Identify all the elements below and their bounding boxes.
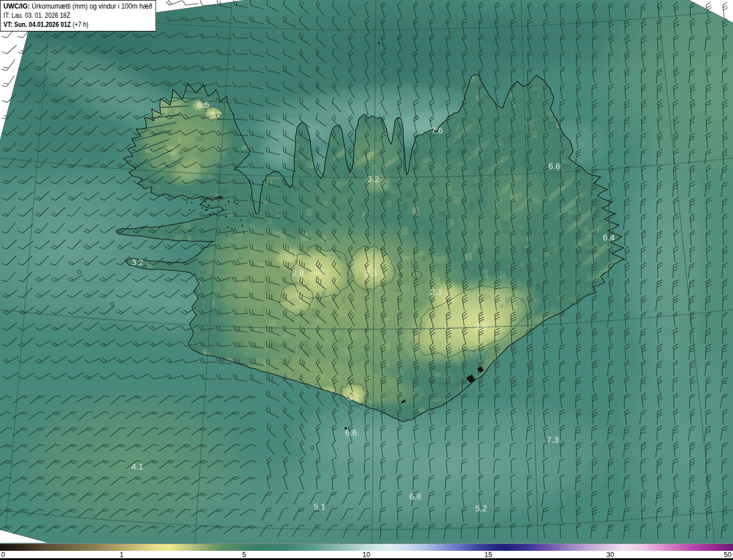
svg-text:6.6: 6.6 (549, 161, 561, 171)
svg-text:3.2: 3.2 (368, 174, 380, 184)
svg-text:7.3: 7.3 (547, 435, 559, 444)
svg-text:2.3: 2.3 (431, 287, 443, 297)
svg-text:6.8: 6.8 (409, 491, 421, 501)
svg-text:7.6: 7.6 (431, 125, 443, 135)
svg-text:5.2: 5.2 (475, 503, 487, 513)
svg-text:2.6: 2.6 (476, 321, 488, 331)
svg-text:3.2: 3.2 (348, 392, 360, 402)
svg-text:2.9: 2.9 (292, 268, 304, 278)
svg-text:6.4: 6.4 (603, 232, 615, 242)
svg-text:6.5: 6.5 (198, 100, 210, 109)
svg-text:2.3: 2.3 (365, 268, 377, 278)
svg-text:4.1: 4.1 (132, 462, 144, 471)
svg-text:3.2: 3.2 (132, 257, 144, 267)
svg-text:3.2: 3.2 (210, 109, 222, 119)
svg-text:5.1: 5.1 (314, 502, 326, 511)
svg-text:6.6: 6.6 (345, 428, 357, 437)
